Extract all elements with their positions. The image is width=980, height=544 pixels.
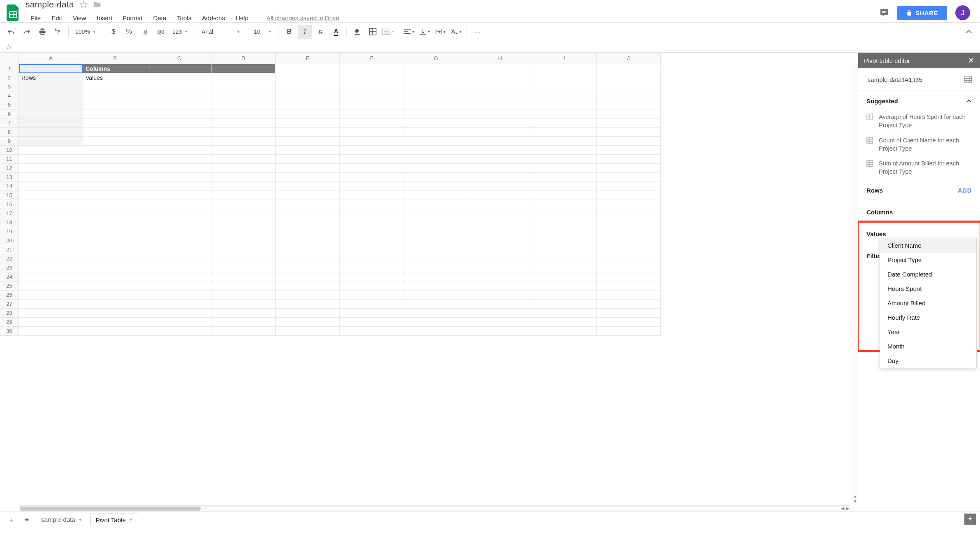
row-header[interactable]: 29 (0, 318, 19, 327)
column-header[interactable]: F (340, 53, 404, 64)
cell[interactable] (19, 236, 83, 245)
cell[interactable] (340, 236, 404, 245)
cell[interactable] (276, 200, 340, 209)
cell[interactable] (532, 137, 597, 146)
explore-button[interactable] (964, 514, 976, 525)
row-header[interactable]: 20 (0, 236, 19, 245)
cell[interactable] (340, 245, 404, 254)
cell[interactable] (597, 291, 661, 300)
cell[interactable] (211, 137, 276, 146)
cell[interactable] (19, 245, 83, 254)
decrease-decimal-button[interactable]: .0̲ (138, 25, 152, 39)
cell[interactable] (276, 300, 340, 309)
row-header[interactable]: 24 (0, 272, 19, 281)
cell[interactable] (468, 318, 532, 327)
scroll-right-icon[interactable]: ▶ (846, 506, 849, 511)
cell[interactable] (404, 73, 468, 82)
bold-button[interactable]: B (282, 25, 296, 39)
cell[interactable] (597, 73, 661, 82)
cell[interactable] (340, 327, 404, 336)
cell[interactable] (404, 300, 468, 309)
cell[interactable] (532, 182, 597, 191)
cell[interactable] (468, 100, 532, 109)
cell[interactable] (276, 227, 340, 236)
cell[interactable] (340, 146, 404, 155)
row-header[interactable]: 22 (0, 254, 19, 263)
cell[interactable] (147, 254, 211, 263)
folder-icon[interactable] (93, 1, 101, 8)
cell[interactable] (147, 137, 211, 146)
cell[interactable] (211, 327, 276, 336)
cell[interactable] (211, 218, 276, 227)
cell[interactable] (211, 254, 276, 263)
cell[interactable] (19, 327, 83, 336)
cell[interactable] (211, 291, 276, 300)
cell[interactable] (404, 146, 468, 155)
cell[interactable] (147, 281, 211, 291)
cell[interactable] (211, 200, 276, 209)
cell[interactable] (597, 300, 661, 309)
cell[interactable] (597, 245, 661, 254)
cell[interactable] (597, 236, 661, 245)
italic-button[interactable]: I (298, 25, 312, 39)
cell[interactable] (276, 155, 340, 164)
cell[interactable] (468, 119, 532, 128)
text-wrap-button[interactable]: ▼ (434, 25, 448, 39)
account-avatar[interactable]: J (955, 5, 970, 20)
cell[interactable] (597, 281, 661, 291)
cell[interactable] (83, 291, 147, 300)
column-header[interactable]: E (276, 53, 340, 64)
cell[interactable] (276, 64, 340, 73)
cell[interactable] (532, 209, 597, 218)
cell[interactable] (340, 182, 404, 191)
sheet-tab-pivot-table[interactable]: Pivot Table▼ (90, 514, 138, 526)
paint-format-button[interactable] (51, 25, 65, 39)
cell[interactable] (404, 281, 468, 291)
cell[interactable] (19, 254, 83, 263)
row-header[interactable]: 8 (0, 128, 19, 137)
cell[interactable] (468, 263, 532, 272)
cell[interactable] (83, 137, 147, 146)
cell[interactable] (276, 73, 340, 82)
cell[interactable] (597, 100, 661, 109)
cell[interactable] (147, 191, 211, 200)
data-range-text[interactable]: 'sample-data'!A1:I35 (866, 76, 922, 83)
suggestion-item[interactable]: Count of Client Name for each Project Ty… (858, 133, 980, 156)
cell[interactable] (468, 91, 532, 100)
cell[interactable] (276, 137, 340, 146)
cell[interactable] (276, 291, 340, 300)
dropdown-option[interactable]: Month (880, 339, 976, 353)
spreadsheet-grid[interactable]: ABCDEFGHIJ 1Columns2RowsValues3456789101… (0, 53, 858, 511)
increase-decimal-button[interactable]: .0̲0 (153, 25, 167, 39)
cell[interactable] (211, 191, 276, 200)
cell[interactable] (211, 227, 276, 236)
cell[interactable] (340, 218, 404, 227)
merge-cells-button[interactable]: ▼ (381, 25, 395, 39)
cell[interactable] (147, 182, 211, 191)
cell[interactable] (19, 309, 83, 318)
column-header[interactable]: I (532, 53, 597, 64)
cell[interactable] (340, 263, 404, 272)
cell[interactable] (19, 119, 83, 128)
row-header[interactable]: 6 (0, 109, 19, 119)
cell[interactable] (532, 73, 597, 82)
cell[interactable] (211, 73, 276, 82)
menu-format[interactable]: Format (118, 13, 148, 23)
column-header[interactable]: B (83, 53, 147, 64)
row-header[interactable]: 18 (0, 218, 19, 227)
cell[interactable] (404, 291, 468, 300)
more-tools-button[interactable]: ··· (470, 25, 484, 39)
cell[interactable] (276, 218, 340, 227)
cell[interactable] (404, 200, 468, 209)
cell[interactable] (468, 191, 532, 200)
cell[interactable] (468, 209, 532, 218)
strikethrough-button[interactable]: S (314, 25, 327, 39)
cell[interactable] (19, 109, 83, 119)
cell[interactable] (19, 64, 83, 73)
cell[interactable] (83, 119, 147, 128)
cell[interactable] (532, 64, 597, 73)
cell[interactable] (147, 263, 211, 272)
cell[interactable] (276, 82, 340, 91)
cell[interactable] (532, 300, 597, 309)
cell[interactable] (147, 309, 211, 318)
